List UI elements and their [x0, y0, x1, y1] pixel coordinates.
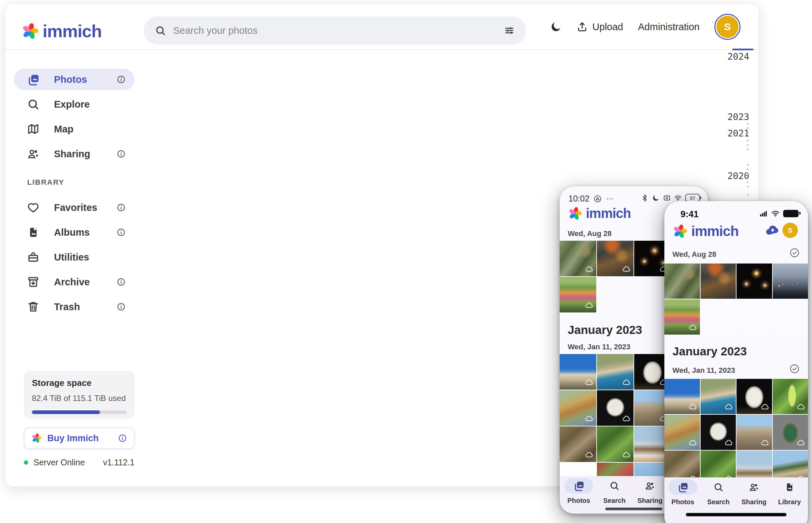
cloud-sync-button[interactable]	[765, 223, 780, 238]
sidebar-item-favorites[interactable]: Favorites	[14, 197, 135, 218]
sidebar-item-sharing[interactable]: Sharing	[14, 143, 135, 165]
bluetooth-icon	[641, 194, 649, 202]
wifi-icon	[674, 194, 682, 202]
info-icon[interactable]	[117, 75, 126, 84]
sidebar-item-archive[interactable]: Archive	[14, 271, 135, 293]
sidebar-item-label: Archive	[54, 276, 102, 288]
upload-button[interactable]: Upload	[577, 21, 623, 33]
thumb-marble-bust[interactable]	[737, 379, 772, 414]
immich-wordmark: immich	[42, 21, 102, 41]
tab-sharing[interactable]: Sharing	[632, 478, 668, 505]
upload-icon	[577, 21, 588, 32]
thumb-castle-ruins[interactable]	[737, 415, 772, 450]
sidebar-item-explore[interactable]: Explore	[14, 93, 135, 115]
thumb-coastal-town[interactable]	[597, 354, 634, 390]
storage-space-card: Storage space 82.4 TiB of 115.1 TiB used	[24, 371, 135, 419]
info-icon[interactable]	[117, 228, 126, 237]
thumb-fireworks[interactable]	[737, 264, 772, 299]
photos-icon	[677, 482, 688, 492]
cloud-backup-icon	[797, 438, 805, 447]
server-status-row: Server Online v1.112.1	[24, 458, 135, 467]
buy-immich-label: Buy Immich	[47, 433, 113, 444]
sidebar-item-trash[interactable]: Trash	[14, 296, 135, 318]
thumb-rock-sculpture[interactable]	[597, 390, 634, 426]
immich-logo: immich	[568, 206, 631, 221]
tab-sharing[interactable]: Sharing	[736, 480, 772, 506]
thumb-fortress-walls[interactable]	[560, 354, 596, 390]
trash-icon	[27, 301, 39, 313]
cloud-backup-icon	[622, 265, 631, 274]
immich-flower-icon	[31, 433, 42, 444]
tab-library[interactable]: Library	[772, 480, 807, 506]
battery-icon	[783, 210, 799, 217]
sidebar-item-photos[interactable]: Photos	[14, 69, 135, 90]
photos-icon	[573, 481, 584, 491]
select-all-check-icon[interactable]	[789, 363, 800, 374]
cloud-backup-icon	[585, 451, 593, 459]
thumb-coastal-town[interactable]	[701, 379, 736, 414]
select-all-check-icon[interactable]	[789, 248, 800, 258]
thumb-dinner-table[interactable]	[597, 241, 634, 276]
thumb-autumn-park-road[interactable]	[664, 300, 700, 335]
thumb-autumn-park-road[interactable]	[560, 277, 596, 312]
storage-title: Storage space	[32, 378, 126, 388]
user-avatar[interactable]: S	[782, 222, 798, 238]
cloud-backup-icon	[622, 451, 631, 459]
thumb-fortress-walls[interactable]	[664, 379, 700, 414]
scrubber-year-2020[interactable]: 2020	[727, 170, 749, 181]
upload-label: Upload	[592, 21, 623, 33]
thumb-holding-hands[interactable]	[773, 264, 808, 299]
data-saver-icon	[593, 195, 602, 203]
sidebar: Photos Explore Map Sharing LIBRARY Favor…	[10, 53, 143, 487]
thumb-monkeys-forest[interactable]	[560, 241, 596, 276]
buy-immich-button[interactable]: Buy Immich	[24, 428, 135, 449]
immich-logo[interactable]: immich	[21, 21, 102, 41]
archive-icon	[27, 276, 39, 288]
thumb-beach-cliff[interactable]	[664, 415, 700, 450]
sidebar-item-utilities[interactable]: Utilities	[14, 247, 135, 268]
sidebar-item-albums[interactable]: Albums	[14, 222, 135, 243]
sidebar-item-label: Albums	[54, 227, 102, 238]
ios-phone-mockup: 9:41 immich S Wed, Aug 28 January 2023 W…	[664, 201, 808, 523]
sidebar-item-label: Sharing	[54, 148, 102, 160]
home-indicator	[686, 513, 787, 516]
month-heading: January 2023	[672, 345, 747, 358]
info-icon[interactable]	[117, 203, 126, 212]
info-icon[interactable]	[117, 277, 126, 287]
tab-search[interactable]: Search	[597, 478, 632, 505]
month-heading: January 2023	[568, 323, 642, 337]
date-group-heading: Wed, Aug 28	[672, 250, 716, 259]
sidebar-item-map[interactable]: Map	[14, 118, 135, 140]
search-bar[interactable]	[144, 16, 526, 44]
scrubber-year-2021[interactable]: 2021	[727, 128, 749, 139]
tab-search[interactable]: Search	[701, 480, 736, 506]
search-filters-icon[interactable]	[504, 25, 515, 36]
tab-photos[interactable]: Photos	[561, 478, 597, 505]
wifi-icon	[771, 209, 780, 218]
thumb-rock-sculpture[interactable]	[701, 415, 736, 450]
info-icon[interactable]	[118, 433, 127, 443]
scrubber-year-2024[interactable]: 2024	[727, 51, 749, 62]
thumb-dinner-table[interactable]	[701, 264, 736, 299]
cloud-backup-icon	[724, 438, 733, 447]
tab-photos[interactable]: Photos	[665, 480, 701, 506]
administration-link[interactable]: Administration	[638, 21, 699, 33]
sharing-people-icon	[645, 481, 655, 491]
thumb-ornate-sculpture[interactable]	[773, 415, 808, 450]
thumb-lizard-leaves[interactable]	[560, 427, 596, 462]
thumb-monkeys-forest[interactable]	[664, 264, 700, 299]
info-icon[interactable]	[117, 149, 126, 159]
thumb-lizard-moss[interactable]	[597, 427, 634, 462]
dark-mode-toggle-icon[interactable]	[550, 21, 562, 33]
ios-status-time: 9:41	[680, 209, 698, 220]
info-icon[interactable]	[117, 302, 126, 311]
scrubber-year-2023[interactable]: 2023	[727, 112, 749, 122]
cloud-backup-icon	[622, 378, 631, 387]
thumb-beach-cliff[interactable]	[560, 390, 596, 426]
search-icon	[155, 25, 166, 36]
sidebar-item-label: Photos	[54, 74, 102, 85]
thumb-green-berries[interactable]	[773, 379, 808, 414]
scrubber-handle[interactable]	[732, 49, 753, 50]
search-input[interactable]	[173, 25, 497, 36]
sidebar-item-label: Trash	[54, 301, 102, 312]
